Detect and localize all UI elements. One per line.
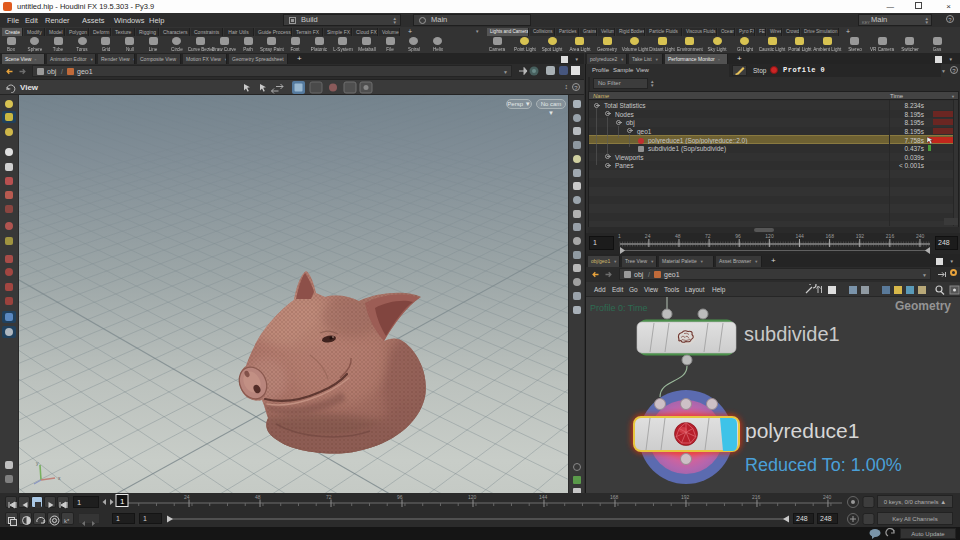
svg-text:192: 192 bbox=[681, 494, 690, 500]
svg-text:96: 96 bbox=[397, 494, 403, 500]
svg-text:1: 1 bbox=[618, 233, 621, 239]
svg-text:1: 1 bbox=[120, 497, 125, 506]
svg-text:k*: k* bbox=[64, 518, 70, 524]
svg-text:120: 120 bbox=[468, 494, 477, 500]
svg-text:48: 48 bbox=[255, 494, 261, 500]
svg-text:120: 120 bbox=[765, 233, 774, 239]
svg-text:168: 168 bbox=[826, 233, 835, 239]
svg-text:216: 216 bbox=[752, 494, 761, 500]
svg-text:x: x bbox=[58, 475, 61, 481]
svg-text:168: 168 bbox=[610, 494, 619, 500]
svg-text:72: 72 bbox=[326, 494, 332, 500]
svg-text:24: 24 bbox=[184, 494, 190, 500]
svg-text:96: 96 bbox=[735, 233, 741, 239]
svg-text:y: y bbox=[36, 460, 39, 466]
svg-text:240: 240 bbox=[823, 494, 832, 500]
svg-text:72: 72 bbox=[705, 233, 711, 239]
svg-text:24: 24 bbox=[645, 233, 651, 239]
svg-text:48: 48 bbox=[675, 233, 681, 239]
svg-text:144: 144 bbox=[795, 233, 804, 239]
svg-text:192: 192 bbox=[856, 233, 865, 239]
svg-text:144: 144 bbox=[539, 494, 548, 500]
svg-text:240: 240 bbox=[916, 233, 925, 239]
svg-text:216: 216 bbox=[886, 233, 895, 239]
